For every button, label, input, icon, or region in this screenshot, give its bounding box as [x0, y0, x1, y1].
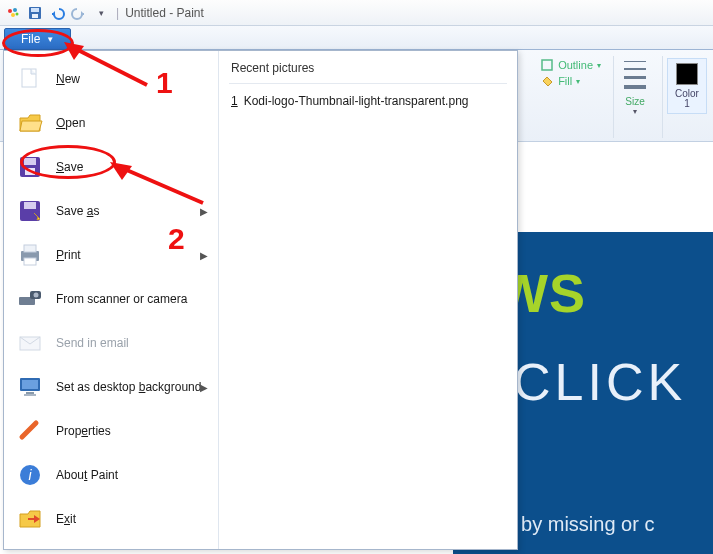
menu-exit[interactable]: Exit [4, 497, 218, 541]
menu-save-as[interactable]: Save as ▶ [4, 189, 218, 233]
menu-scanner[interactable]: From scanner or camera [4, 277, 218, 321]
desktop-icon [14, 371, 46, 403]
redo-icon[interactable] [70, 4, 88, 22]
ribbon-outline-fill: Outline ▾ Fill ▾ [534, 56, 607, 138]
menu-save[interactable]: Save [4, 145, 218, 189]
file-tab[interactable]: File ▼ [4, 28, 71, 50]
ribbon-size-group[interactable]: Size ▾ [613, 56, 656, 138]
menu-save-label: Save [56, 160, 83, 174]
about-icon: i [14, 459, 46, 491]
svg-rect-10 [24, 158, 36, 165]
color1-label: Color 1 [675, 89, 699, 109]
menu-scanner-label: From scanner or camera [56, 292, 187, 306]
menu-new[interactable]: New [4, 57, 218, 101]
menu-about[interactable]: i About Paint [4, 453, 218, 497]
quick-access-toolbar: ▾ [4, 4, 110, 22]
file-menu-panel: New Open Save Save as ▶ Print [3, 50, 518, 550]
menu-email: Send in email [4, 321, 218, 365]
color1-swatch [676, 63, 698, 85]
save-menu-icon [14, 151, 46, 183]
menu-print-label: Print [56, 248, 81, 262]
window-title: Untitled - Paint [125, 6, 204, 20]
menu-email-label: Send in email [56, 336, 129, 350]
menu-properties-label: Properties [56, 424, 111, 438]
file-menu-right: Recent pictures 1Kodi-logo-Thumbnail-lig… [219, 51, 517, 549]
outline-button[interactable]: Outline ▾ [540, 58, 601, 72]
print-icon [14, 239, 46, 271]
undo-icon[interactable] [48, 4, 66, 22]
svg-rect-13 [24, 202, 36, 209]
menu-open-label: Open [56, 116, 85, 130]
recent-item[interactable]: 1Kodi-logo-Thumbnail-light-transparent.p… [229, 90, 507, 112]
svg-rect-22 [22, 380, 38, 389]
ribbon-color1-group[interactable]: Color 1 [662, 56, 711, 138]
ribbon-right: Outline ▾ Fill ▾ Size ▾ Color 1 [534, 56, 711, 138]
ribbon-tab-row: File ▼ [0, 26, 713, 50]
canvas-text-click: CLICK [513, 352, 686, 412]
paint-app-icon [4, 4, 22, 22]
outline-icon [540, 58, 554, 72]
file-menu-left: New Open Save Save as ▶ Print [4, 51, 219, 549]
svg-rect-23 [26, 392, 34, 394]
menu-save-as-label: Save as [56, 204, 99, 218]
save-as-icon [14, 195, 46, 227]
svg-point-19 [34, 293, 39, 298]
svg-point-3 [16, 12, 19, 15]
exit-icon [14, 503, 46, 535]
menu-properties[interactable]: Properties [4, 409, 218, 453]
recent-item-name: Kodi-logo-Thumbnail-light-transparent.pn… [244, 94, 469, 108]
fill-icon [540, 74, 554, 88]
recent-item-num: 1 [231, 94, 238, 108]
svg-rect-8 [22, 69, 36, 87]
properties-icon [14, 415, 46, 447]
save-icon[interactable] [26, 4, 44, 22]
outline-label: Outline [558, 59, 593, 71]
open-icon [14, 107, 46, 139]
email-icon [14, 327, 46, 359]
svg-rect-16 [24, 258, 36, 265]
menu-open[interactable]: Open [4, 101, 218, 145]
menu-about-label: About Paint [56, 468, 118, 482]
svg-point-2 [11, 13, 15, 17]
scanner-icon [14, 283, 46, 315]
file-tab-label: File [21, 32, 40, 46]
svg-rect-24 [24, 394, 36, 396]
menu-desktop[interactable]: Set as desktop background ▶ [4, 365, 218, 409]
menu-exit-label: Exit [56, 512, 76, 526]
svg-rect-6 [32, 14, 38, 18]
chevron-down-icon: ▾ [633, 107, 637, 116]
svg-rect-15 [24, 245, 36, 252]
submenu-arrow-icon: ▶ [200, 250, 208, 261]
chevron-down-icon: ▼ [46, 35, 54, 44]
fill-button[interactable]: Fill ▾ [540, 74, 601, 88]
menu-print[interactable]: Print ▶ [4, 233, 218, 277]
menu-desktop-label: Set as desktop background [56, 380, 201, 394]
submenu-arrow-icon: ▶ [200, 382, 208, 393]
qat-dropdown-icon[interactable]: ▾ [92, 4, 110, 22]
chevron-down-icon: ▾ [597, 61, 601, 70]
submenu-arrow-icon: ▶ [200, 206, 208, 217]
title-separator: | [116, 6, 119, 20]
svg-rect-7 [542, 60, 552, 70]
title-bar: ▾ | Untitled - Paint [0, 0, 713, 26]
menu-new-label: New [56, 72, 80, 86]
chevron-down-icon: ▾ [576, 77, 580, 86]
fill-label: Fill [558, 75, 572, 87]
size-icon [620, 58, 650, 92]
size-label: Size [625, 96, 644, 107]
svg-rect-11 [25, 168, 35, 175]
new-icon [14, 63, 46, 95]
svg-rect-5 [31, 8, 39, 12]
svg-point-1 [13, 8, 17, 12]
recent-pictures-header: Recent pictures [229, 57, 507, 84]
svg-point-0 [8, 9, 12, 13]
